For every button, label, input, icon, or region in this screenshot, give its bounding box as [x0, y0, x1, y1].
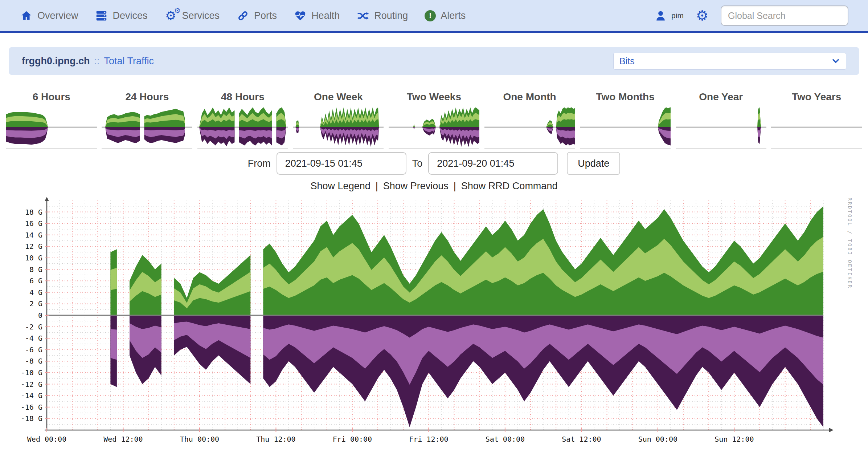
to-label: To [412, 158, 423, 169]
range-two-years[interactable]: Two Years [769, 91, 865, 149]
units-select[interactable]: Bits [613, 53, 846, 70]
svg-text:18 G: 18 G [25, 208, 42, 216]
from-date-input[interactable] [277, 152, 406, 175]
range-label: 48 Hours [221, 91, 265, 103]
svg-text:-16 G: -16 G [21, 403, 42, 412]
svg-text:8 G: 8 G [29, 265, 42, 274]
page-header-panel: frggh0.ipng.ch :: Total Traffic Bits [9, 47, 859, 75]
settings-gear-icon[interactable]: ⚙ [696, 9, 708, 23]
time-range-row: 6 Hours 24 Hours 48 Hours One Week Two W… [4, 91, 864, 149]
svg-text:6 G: 6 G [29, 276, 42, 285]
svg-text:14 G: 14 G [25, 231, 42, 239]
range-label: 24 Hours [125, 91, 169, 103]
nav-item-label: Services [182, 10, 220, 21]
svg-text:Wed 12:00: Wed 12:00 [103, 435, 143, 443]
svg-text:-14 G: -14 G [21, 391, 42, 400]
svg-text:-8 G: -8 G [25, 357, 42, 365]
range-thumbnail-graph [580, 105, 671, 149]
heart-pulse-icon [294, 9, 307, 22]
svg-text:2 G: 2 G [29, 299, 42, 308]
user-icon [654, 9, 667, 22]
svg-text:4 G: 4 G [29, 288, 42, 297]
services-gears-icon: ⚙ ⚙ [164, 9, 177, 22]
svg-text:Sat 00:00: Sat 00:00 [486, 435, 525, 443]
range-one-week[interactable]: One Week [291, 91, 386, 149]
svg-text:-4 G: -4 G [25, 334, 42, 343]
range-label: 6 Hours [33, 91, 70, 103]
rrdtool-watermark: RRDTOOL / TOBI OETIKER [847, 198, 853, 289]
units-select-value: Bits [619, 56, 635, 66]
nav-item-label: Routing [374, 10, 408, 21]
svg-text:10 G: 10 G [25, 254, 42, 262]
show-rrd-command-link[interactable]: Show RRD Command [461, 181, 558, 192]
nav-item-label: Ports [254, 10, 277, 21]
global-search-input[interactable] [721, 5, 848, 26]
traffic-graph-section: -18 G-16 G-14 G-12 G-10 G-8 G-6 G-4 G-2 … [16, 195, 861, 447]
to-date-input[interactable] [428, 152, 558, 175]
svg-text:Thu 12:00: Thu 12:00 [256, 435, 295, 443]
link-separator: | [376, 181, 378, 192]
show-previous-link[interactable]: Show Previous [383, 181, 449, 192]
svg-text:Sun 12:00: Sun 12:00 [715, 435, 754, 443]
nav-item-alerts[interactable]: ! Alerts [425, 10, 466, 21]
from-label: From [248, 158, 271, 169]
range-two-weeks[interactable]: Two Weeks [386, 91, 482, 149]
show-legend-link[interactable]: Show Legend [311, 181, 370, 192]
user-menu[interactable]: pim [654, 9, 684, 22]
nav-item-label: Devices [113, 10, 148, 21]
nav-item-devices[interactable]: Devices [95, 9, 148, 22]
top-navbar: Overview Devices ⚙ ⚙ Services Ports [0, 0, 868, 33]
svg-text:16 G: 16 G [25, 219, 42, 228]
username: pim [671, 11, 684, 20]
svg-text:12 G: 12 G [25, 242, 42, 251]
nav-item-label: Health [311, 10, 340, 21]
range-two-months[interactable]: Two Months [577, 91, 673, 149]
range-thumbnail-graph [389, 105, 479, 149]
update-button[interactable]: Update [567, 152, 620, 175]
svg-text:-10 G: -10 G [21, 368, 42, 377]
svg-text:Fri 12:00: Fri 12:00 [409, 435, 448, 443]
range-thumbnail-graph [197, 105, 288, 149]
svg-text:-6 G: -6 G [25, 345, 42, 354]
range-thumbnail-graph [771, 105, 862, 149]
svg-text:-12 G: -12 G [21, 380, 42, 389]
graph-option-links: Show Legend | Show Previous | Show RRD C… [0, 181, 868, 192]
nav-item-overview[interactable]: Overview [20, 9, 78, 22]
svg-text:-2 G: -2 G [25, 323, 42, 331]
svg-text:0: 0 [38, 311, 42, 320]
range-one-year[interactable]: One Year [673, 91, 769, 149]
home-icon [20, 9, 33, 22]
nav-item-services[interactable]: ⚙ ⚙ Services [164, 9, 220, 22]
range-thumbnail-graph [6, 105, 97, 149]
nav-item-label: Alerts [441, 10, 466, 21]
page-title-link[interactable]: Total Traffic [104, 56, 154, 67]
nav-item-ports[interactable]: Ports [236, 9, 277, 22]
nav-item-health[interactable]: Health [294, 9, 340, 22]
range-label: Two Years [792, 91, 841, 103]
range-thumbnail-graph [484, 105, 575, 149]
device-name-link[interactable]: frggh0.ipng.ch [22, 56, 90, 67]
range-thumbnail-graph [676, 105, 766, 149]
range-one-month[interactable]: One Month [482, 91, 578, 149]
range-24-hours[interactable]: 24 Hours [99, 91, 195, 149]
alert-circle-icon: ! [425, 10, 436, 21]
range-6-hours[interactable]: 6 Hours [4, 91, 99, 149]
svg-text:Sun 00:00: Sun 00:00 [638, 435, 677, 443]
svg-text:Fri 00:00: Fri 00:00 [333, 435, 372, 443]
link-separator: | [454, 181, 456, 192]
shuffle-icon [356, 9, 369, 22]
link-icon [236, 9, 249, 22]
range-label: One Week [314, 91, 363, 103]
svg-text:Thu 00:00: Thu 00:00 [180, 435, 219, 443]
range-thumbnail-graph [102, 105, 192, 149]
svg-text:-18 G: -18 G [21, 414, 42, 423]
chevron-down-icon [831, 57, 840, 65]
range-48-hours[interactable]: 48 Hours [195, 91, 291, 149]
range-label: One Month [503, 91, 556, 103]
date-range-controls: From To Update [0, 152, 868, 175]
nav-item-label: Overview [37, 10, 78, 21]
traffic-graph[interactable]: -18 G-16 G-14 G-12 G-10 G-8 G-6 G-4 G-2 … [16, 195, 843, 447]
nav-item-routing[interactable]: Routing [356, 9, 408, 22]
svg-text:Wed 00:00: Wed 00:00 [27, 435, 66, 443]
range-label: One Year [699, 91, 743, 103]
